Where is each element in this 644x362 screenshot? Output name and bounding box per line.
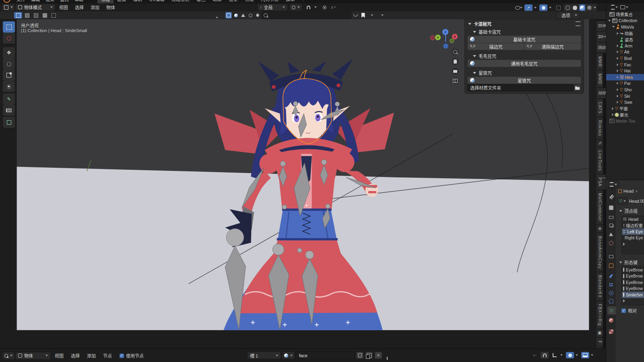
snap-dropdown[interactable] — [313, 4, 318, 10]
breadcrumb-object[interactable]: Head — [623, 189, 634, 193]
viewport-menu-select[interactable]: 选择 — [72, 4, 87, 10]
expand-icon[interactable] — [612, 107, 614, 110]
workspace-add-button[interactable]: + — [298, 0, 308, 2]
menu-edit[interactable]: 编辑 — [28, 0, 43, 2]
tab-render-props[interactable] — [607, 204, 615, 212]
expand-icon[interactable] — [617, 57, 619, 60]
tab-modifier-props[interactable] — [607, 272, 615, 280]
tool-add-cube[interactable] — [3, 117, 15, 128]
fake-user-button[interactable] — [356, 352, 363, 359]
shading-solid[interactable] — [572, 4, 578, 11]
tool-select-box[interactable] — [3, 21, 15, 33]
relative-checkbox[interactable]: ✓ — [621, 309, 626, 313]
tab-tag[interactable]: ▣ — [597, 329, 603, 337]
camera-view-button[interactable] — [452, 68, 459, 75]
menu-window[interactable]: 窗口 — [57, 0, 72, 2]
viewport-menu-add[interactable]: 添加 — [88, 4, 102, 10]
tool-measure[interactable] — [3, 105, 15, 116]
orientation-dropdown[interactable]: ↕ 全局 — [258, 4, 287, 10]
node-overlay-dropdown[interactable] — [574, 352, 579, 358]
material-folder-field[interactable]: 选择材质文件夹 — [468, 84, 574, 91]
workspace-tab-layout[interactable]: 布局 — [97, 0, 114, 3]
basic-toon-button[interactable]: 基础卡渲咒 — [468, 36, 581, 43]
bk-brushes-tab[interactable] — [254, 12, 261, 19]
vertex-groups-header[interactable]: 顶点组 — [619, 208, 638, 214]
blender-logo[interactable] — [3, 0, 10, 3]
pan-button[interactable] — [452, 58, 459, 65]
shape-key-row[interactable]: EyeBrow — [622, 286, 644, 292]
viewport-menu-view[interactable]: 视图 — [56, 4, 71, 10]
bk-models-tab[interactable] — [225, 12, 232, 19]
tab-f[interactable]: F — [597, 338, 603, 346]
bk-free-filter[interactable] — [352, 12, 359, 19]
backdrop-toggle[interactable] — [581, 352, 589, 358]
menu-file[interactable]: 文件 — [14, 0, 28, 2]
tab-output-props[interactable] — [607, 213, 615, 221]
new-material-button[interactable] — [365, 352, 373, 359]
outliner-row-mesh[interactable]: ▽ Swe — [606, 99, 644, 105]
bk-materials-tab[interactable] — [233, 12, 239, 19]
overlays-toggle[interactable] — [539, 4, 547, 11]
expand-icon[interactable] — [608, 20, 611, 22]
tab-physics-props[interactable] — [607, 289, 615, 297]
proportional-toggle[interactable] — [320, 4, 328, 10]
bk-sort-dropdown[interactable] — [369, 12, 375, 19]
expand-icon[interactable] — [617, 88, 619, 91]
shape-keys-header[interactable]: 形态键 — [619, 259, 638, 265]
tab-boneanimcopy[interactable]: BoneAnimCopy — [597, 233, 603, 272]
outliner-row-plane[interactable]: ▽ 平面 — [606, 105, 644, 112]
material-browse-dropdown[interactable] — [283, 352, 294, 359]
node-menu-add[interactable]: 添加 — [84, 352, 99, 359]
snap-toggle[interactable] — [304, 4, 312, 10]
tab-rokoko[interactable]: Rokoko — [597, 117, 603, 139]
tab-cats[interactable]: CATS — [597, 99, 603, 117]
mode-dropdown[interactable]: 物体模式 — [16, 4, 55, 10]
menu-render[interactable]: 渲染 — [43, 0, 57, 2]
tab-world-props[interactable] — [607, 239, 615, 247]
shading-material[interactable] — [579, 4, 585, 11]
tab-data-props[interactable]: ▽ — [607, 306, 616, 315]
tool-rotate[interactable] — [3, 58, 15, 70]
select-mode-extend[interactable] — [23, 12, 31, 19]
outliner-row-pose[interactable]: 姿态 — [606, 36, 644, 43]
tab-mmr[interactable]: MMR — [597, 53, 603, 70]
tab-material-props[interactable] — [607, 316, 615, 324]
ortho-toggle-button[interactable] — [452, 77, 459, 84]
outliner-filter-button[interactable] — [611, 5, 618, 10]
outline-button[interactable]: 描边咒 — [468, 43, 524, 50]
outliner-row-mesh[interactable]: ▽ Att — [606, 49, 644, 56]
overlays-dropdown[interactable] — [548, 4, 553, 11]
workspace-tab-uv[interactable]: UV编辑 — [146, 0, 168, 3]
shape-key-row[interactable]: EyeBrow — [622, 273, 644, 280]
section-collapse-icon[interactable] — [473, 72, 476, 74]
bk-hdr-tab[interactable] — [247, 12, 254, 19]
workspace-tab-compositing[interactable]: 合成 — [241, 0, 257, 3]
select-mode-new[interactable] — [14, 12, 22, 19]
vertex-group-row-selected[interactable]: Left Eye — [622, 228, 644, 235]
visibility-dropdown[interactable] — [515, 4, 523, 11]
tab-fbxrig[interactable]: FBX=>Rig — [597, 301, 603, 329]
expand-icon[interactable] — [617, 63, 619, 66]
expand-icon[interactable] — [617, 101, 619, 103]
options-dropdown[interactable]: 选项 — [556, 12, 580, 19]
panel-menu-icon[interactable] — [576, 21, 580, 26]
menu-help[interactable]: 帮助 — [72, 0, 86, 2]
tab-tool-props[interactable] — [607, 192, 615, 200]
workspace-tab-texpaint[interactable]: 纹理绘制 — [168, 0, 193, 3]
vertex-group-row[interactable]: 描边权重 — [622, 222, 644, 229]
tab-grease-pencil[interactable]: ✎ — [597, 140, 603, 147]
outliner-row-spotlight[interactable]: 聚光 — [606, 112, 644, 118]
shape-key-row[interactable]: EyeBrow — [622, 267, 644, 273]
expand-icon[interactable] — [612, 26, 615, 28]
outliner-row-animation[interactable]: ↝ 动画 — [606, 30, 644, 37]
gizmo-z-negative[interactable] — [443, 43, 448, 49]
shape-key-row-selected[interactable]: SmileSm — [622, 292, 644, 298]
tab-blenderkit[interactable]: BlenderKit — [597, 272, 603, 300]
expand-icon[interactable] — [612, 113, 614, 116]
outliner-row-mesh[interactable]: ▽ Bod — [606, 55, 644, 62]
tab-object-props[interactable] — [607, 261, 615, 269]
tab-linetools[interactable]: LineTools — [597, 148, 603, 174]
vertex-group-row[interactable]: Head — [622, 216, 644, 222]
section-collapse-icon[interactable] — [473, 31, 476, 33]
node-snap-dropdown[interactable] — [559, 352, 564, 358]
